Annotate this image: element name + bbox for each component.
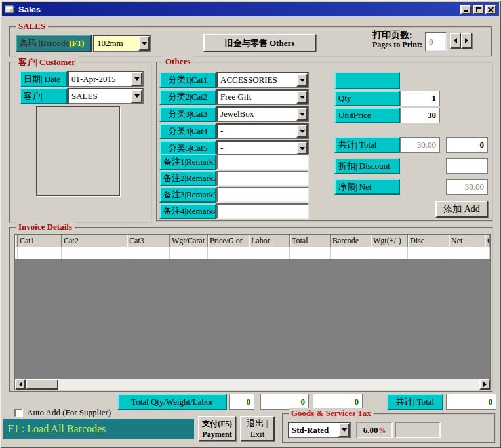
frame-invoice-details: Invoice Details Cat1 Cat2 Cat3 Wgt/Carat… xyxy=(9,227,493,392)
discount-input[interactable] xyxy=(446,158,488,174)
grid-cell xyxy=(62,247,127,259)
scroll-left-button[interactable] xyxy=(15,379,26,390)
frame-caption-customer: 客户| Customer xyxy=(16,56,78,68)
exit-button[interactable]: 退出 | Exit xyxy=(240,416,275,441)
customer-drop-button[interactable] xyxy=(131,89,142,103)
grand-total-label: 共计| Total xyxy=(387,394,443,410)
grand-total-label-text: 共计| Total xyxy=(396,396,434,408)
qty-value: 1 xyxy=(432,93,437,104)
cat2-combo[interactable]: Free Gift xyxy=(216,89,309,105)
triangle-right-icon xyxy=(483,382,487,387)
gst-rate-value: 6.00 xyxy=(363,425,378,436)
cat1-combo[interactable]: ACCESSORIES xyxy=(216,72,309,88)
gst-type-combo[interactable]: Std-Rated xyxy=(288,422,351,438)
scrollbar-thumb[interactable] xyxy=(26,379,58,390)
payment-button-line1: 支付(F5) xyxy=(202,418,231,429)
remark2-label: 备注2|Remark2 xyxy=(159,171,216,186)
unitprice-input[interactable]: 30 xyxy=(400,108,440,123)
date-value: 01-Apr-2015 xyxy=(69,72,131,86)
grid-col-price: Price/G or xyxy=(208,235,249,247)
qty-input[interactable]: 1 xyxy=(400,91,440,106)
cat5-label-text: 分类5|Cat5 xyxy=(169,142,208,154)
pages-label-en: Pages to Print: xyxy=(372,40,433,50)
minimize-icon xyxy=(464,10,468,12)
others-mode-button[interactable]: 旧金与零售 Others xyxy=(203,34,316,52)
grid-cell xyxy=(208,247,249,259)
exit-button-line2: Exit xyxy=(250,429,265,439)
pages-to-print-input[interactable]: 0 xyxy=(425,32,447,51)
chevron-down-icon xyxy=(300,113,305,116)
grid-col-net: Net xyxy=(449,235,485,247)
grid-empty-row[interactable] xyxy=(15,247,490,259)
date-combo[interactable]: 01-Apr-2015 xyxy=(68,71,144,87)
paper-size-combo[interactable]: 102mm xyxy=(93,35,151,52)
chevron-down-icon xyxy=(134,94,140,98)
cat5-value: - xyxy=(218,142,296,155)
close-button[interactable] xyxy=(485,5,496,14)
gst-type-value: Std-Rated xyxy=(289,423,338,437)
grid-cell xyxy=(371,247,408,259)
qty-label-text: Qty xyxy=(338,93,351,104)
frame-customer: 客户| Customer 日期| Date 01-Apr-2015 客户| SA… xyxy=(9,62,152,223)
grid-cell xyxy=(170,247,208,259)
cat3-value: JewelBox xyxy=(218,108,296,121)
invoice-grid[interactable]: Cat1 Cat2 Cat3 Wgt/Carat Price/G or Labo… xyxy=(14,234,491,390)
customer-combo[interactable]: SALES xyxy=(68,88,144,104)
grid-col-labor: Labor xyxy=(249,235,290,247)
grid-header-row: Cat1 Cat2 Cat3 Wgt/Carat Price/G or Labo… xyxy=(15,235,490,247)
grid-col-cat2: Cat2 xyxy=(62,235,127,247)
maximize-icon xyxy=(476,7,481,12)
minimize-button[interactable] xyxy=(460,5,471,14)
cat4-drop-button[interactable] xyxy=(296,125,308,138)
totals-label-text: Total Qty/Weight/Labor xyxy=(131,397,213,407)
customer-value: SALES xyxy=(69,89,131,103)
frame-caption-gst: Goods & Services Tax xyxy=(289,408,374,418)
grid-horizontal-scrollbar[interactable] xyxy=(15,379,490,390)
chevron-down-icon xyxy=(300,130,305,133)
cat5-drop-button[interactable] xyxy=(296,142,308,155)
status-bar: F1 : Load All Barcodes xyxy=(3,419,194,439)
cat3-drop-button[interactable] xyxy=(296,108,308,121)
payment-button[interactable]: 支付(F5) Payment xyxy=(198,416,236,441)
customer-photo-box xyxy=(36,106,120,196)
paper-size-drop-button[interactable] xyxy=(138,36,150,51)
scrollbar-track[interactable] xyxy=(58,379,479,390)
barcode-hotkey: (F1) xyxy=(69,38,84,49)
grid-cell xyxy=(290,247,331,259)
remark2-input[interactable] xyxy=(216,171,309,186)
cat2-drop-button[interactable] xyxy=(296,91,308,104)
scroll-right-button[interactable] xyxy=(479,379,490,390)
cat1-drop-button[interactable] xyxy=(296,73,308,87)
unitprice-label-text: UnitPrice xyxy=(338,110,371,121)
barcode-label: 条码 |Barcode(F1) xyxy=(16,35,92,52)
chevron-down-icon xyxy=(134,77,140,81)
remark3-input[interactable] xyxy=(216,187,309,203)
frame-others: Others 分类1|Cat1 ACCESSORIES 分类2|Cat2 Fre… xyxy=(156,62,493,222)
page-prev-button[interactable] xyxy=(450,33,461,49)
page-next-button[interactable] xyxy=(461,33,472,49)
others-mode-button-label: 旧金与零售 Others xyxy=(225,37,295,49)
remark1-input[interactable] xyxy=(216,154,309,170)
grid-cell xyxy=(331,247,371,259)
line-total-amount: 30.00 xyxy=(417,140,436,150)
grid-col-cat3: Cat3 xyxy=(127,235,170,247)
gst-drop-button[interactable] xyxy=(338,423,350,437)
triangle-right-icon xyxy=(465,38,468,43)
line-total-qty-field[interactable]: 0 xyxy=(446,137,488,153)
grid-cell xyxy=(249,247,290,259)
auto-add-checkbox[interactable] xyxy=(14,409,23,417)
gst-amount-box xyxy=(395,422,441,438)
remark4-input[interactable] xyxy=(216,203,309,219)
cat3-combo[interactable]: JewelBox xyxy=(216,106,309,122)
line-total-label: 共计| Total xyxy=(334,137,400,153)
date-drop-button[interactable] xyxy=(131,72,142,86)
cat4-combo[interactable]: - xyxy=(216,123,309,139)
add-button[interactable]: 添加 Add xyxy=(435,201,488,218)
chevron-down-icon xyxy=(142,42,147,45)
cat1-label-text: 分类1|Cat1 xyxy=(169,74,208,86)
maximize-button[interactable] xyxy=(473,5,484,14)
gst-rate-box: 6.00% xyxy=(356,422,393,438)
frame-gst: Goods & Services Tax Std-Rated 6.00% xyxy=(282,413,496,443)
exit-button-line1: 退出 | xyxy=(247,418,268,429)
remark1-label-text: 备注1|Remark1 xyxy=(163,156,216,168)
